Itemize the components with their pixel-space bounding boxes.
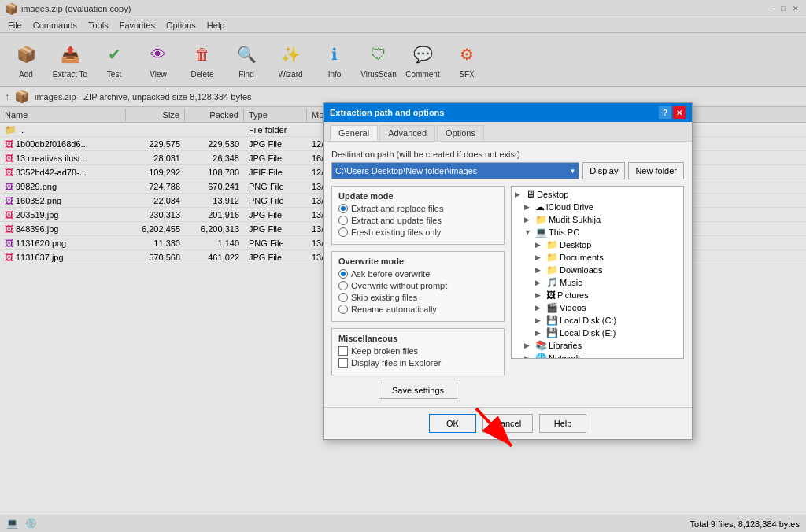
radio-extract-replace-label: Extract and replace files — [351, 204, 443, 213]
dest-path-combo[interactable]: C:\Users Desktop\New folder\images ▼ — [331, 162, 579, 179]
combo-arrow-icon: ▼ — [569, 168, 575, 175]
tree-item-thispc[interactable]: ▼ 💻 This PC — [513, 226, 682, 238]
tree-item-desktop2[interactable]: ▶ 📁 Desktop — [513, 238, 682, 251]
tree-item-libraries[interactable]: ▶ 📚 Libraries — [513, 339, 682, 352]
update-mode-label: Update mode — [338, 191, 497, 201]
tree-item-localc[interactable]: ▶ 💾 Local Disk (C:) — [513, 314, 682, 327]
chk-display-files-box[interactable] — [338, 358, 348, 368]
tree-item-music[interactable]: ▶ 🎵 Music — [513, 276, 682, 289]
radio-extract-update[interactable]: Extract and update files — [338, 216, 497, 225]
expand-icon: ▶ — [535, 316, 545, 324]
radio-fresh-only[interactable]: Fresh existing files only — [338, 227, 497, 237]
dialog-title-bar: Extraction path and options ? ✕ — [324, 103, 692, 122]
folder-icon: 📁 — [546, 264, 558, 275]
tree-label: Desktop — [537, 190, 568, 199]
tab-advanced[interactable]: Advanced — [379, 125, 435, 141]
pc-icon: 💻 — [535, 227, 547, 238]
expand-icon: ▶ — [524, 342, 534, 349]
tree-label: Local Disk (E:) — [560, 328, 616, 338]
extraction-dialog: Extraction path and options ? ✕ General … — [323, 102, 693, 440]
radio-extract-update-btn[interactable] — [338, 216, 348, 225]
radio-skip-existing-label: Skip existing files — [351, 293, 417, 302]
icloud-icon: ☁ — [535, 201, 545, 212]
expand-icon: ▶ — [535, 291, 545, 299]
radio-extract-replace-btn[interactable] — [338, 204, 348, 213]
tree-item-network[interactable]: ▶ 🌐 Network — [513, 352, 682, 359]
ok-button[interactable]: OK — [429, 414, 476, 433]
update-mode-section: Update mode Extract and replace files Ex… — [331, 186, 505, 245]
dialog-tabs: General Advanced Options — [324, 122, 692, 142]
expand-icon: ▶ — [515, 190, 524, 198]
tree-label: This PC — [549, 227, 579, 237]
expand-icon: ▼ — [524, 228, 534, 236]
tree-label: Libraries — [549, 341, 582, 350]
network-icon: 🌐 — [535, 353, 547, 359]
dest-path-text: C:\Users Desktop\New folder\images — [335, 166, 477, 175]
dialog-help-button[interactable]: ? — [659, 106, 671, 119]
radio-overwrite-no-prompt-btn[interactable] — [338, 281, 348, 290]
chk-display-files[interactable]: Display files in Explorer — [338, 358, 497, 368]
radio-skip-existing-btn[interactable] — [338, 293, 348, 302]
videos-icon: 🎬 — [546, 302, 558, 313]
cancel-button[interactable]: Cancel — [482, 414, 533, 433]
chk-keep-broken-box[interactable] — [338, 346, 348, 356]
dest-label: Destination path (will be created if doe… — [331, 150, 684, 159]
dialog-title-buttons: ? ✕ — [659, 106, 686, 119]
tree-item-videos[interactable]: ▶ 🎬 Videos — [513, 301, 682, 314]
tree-item-desktop[interactable]: ▶ 🖥 Desktop — [513, 188, 682, 201]
tree-item-mudit[interactable]: ▶ 📁 Mudit Sukhija — [513, 213, 682, 226]
overwrite-mode-label: Overwrite mode — [338, 257, 497, 266]
tree-label: Documents — [560, 253, 604, 262]
radio-ask-before-btn[interactable] — [338, 269, 348, 279]
tree-label: Network — [549, 353, 580, 359]
radio-extract-replace[interactable]: Extract and replace files — [338, 204, 497, 213]
dialog-close-button[interactable]: ✕ — [673, 106, 686, 119]
tree-label: Downloads — [560, 265, 602, 275]
radio-ask-before[interactable]: Ask before overwrite — [338, 269, 497, 279]
dialog-title-text: Extraction path and options — [330, 108, 659, 117]
dest-row: C:\Users Desktop\New folder\images ▼ Dis… — [331, 162, 684, 179]
tree-item-pictures[interactable]: ▶ 🖼 Pictures — [513, 289, 682, 301]
radio-overwrite-no-prompt-label: Overwrite without prompt — [351, 281, 447, 290]
chk-keep-broken-label: Keep broken files — [351, 346, 418, 356]
libraries-icon: 📚 — [535, 340, 547, 351]
tree-label: Pictures — [557, 290, 589, 300]
radio-overwrite-no-prompt[interactable]: Overwrite without prompt — [338, 281, 497, 290]
tree-label: Desktop — [560, 240, 591, 249]
tree-item-locale[interactable]: ▶ 💾 Local Disk (E:) — [513, 327, 682, 339]
dialog-body: Destination path (will be created if doe… — [324, 142, 692, 407]
music-icon: 🎵 — [546, 277, 558, 288]
chk-display-files-label: Display files in Explorer — [351, 358, 441, 368]
tab-options[interactable]: Options — [437, 125, 484, 141]
dialog-left-panel: Update mode Extract and replace files Ex… — [331, 186, 505, 399]
save-btn-row: Save settings — [331, 382, 505, 399]
folder-icon: 📁 — [546, 252, 558, 263]
folder-icon: 📁 — [535, 214, 547, 225]
tree-label: iCloud Drive — [546, 202, 593, 212]
radio-skip-existing[interactable]: Skip existing files — [338, 293, 497, 302]
misc-section: Miscellaneous Keep broken files Display … — [331, 328, 505, 375]
radio-rename-auto[interactable]: Rename automatically — [338, 305, 497, 314]
help-button[interactable]: Help — [539, 414, 586, 433]
new-folder-button[interactable]: New folder — [628, 162, 684, 179]
tab-general[interactable]: General — [330, 125, 378, 141]
expand-icon: ▶ — [535, 253, 545, 261]
disk-icon: 💾 — [546, 315, 558, 326]
expand-icon: ▶ — [535, 304, 545, 312]
chk-keep-broken[interactable]: Keep broken files — [338, 346, 497, 356]
tree-label: Local Disk (C:) — [560, 316, 616, 325]
tree-label: Music — [560, 278, 582, 287]
radio-rename-auto-btn[interactable] — [338, 305, 348, 314]
radio-fresh-only-btn[interactable] — [338, 227, 348, 237]
tree-item-documents[interactable]: ▶ 📁 Documents — [513, 251, 682, 264]
dialog-split: Update mode Extract and replace files Ex… — [331, 186, 684, 399]
folder-icon: 📁 — [546, 239, 558, 250]
save-settings-button[interactable]: Save settings — [379, 382, 457, 399]
display-button[interactable]: Display — [582, 162, 625, 179]
radio-fresh-only-label: Fresh existing files only — [351, 227, 441, 237]
expand-icon: ▶ — [524, 354, 534, 359]
radio-rename-auto-label: Rename automatically — [351, 305, 437, 314]
tree-item-downloads[interactable]: ▶ 📁 Downloads — [513, 264, 682, 276]
tree-item-icloud[interactable]: ▶ ☁ iCloud Drive — [513, 201, 682, 213]
folder-tree[interactable]: ▶ 🖥 Desktop ▶ ☁ iCloud Drive ▶ 📁 M — [511, 186, 684, 359]
